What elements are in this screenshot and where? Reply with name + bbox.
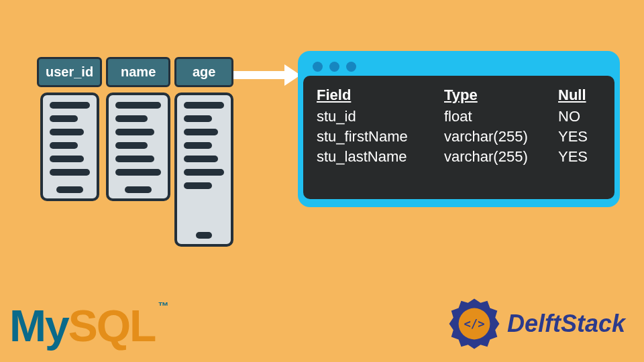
- table-header-row: Field Type Null: [317, 86, 601, 104]
- mysql-tm: ™: [158, 300, 167, 312]
- cell-type: varchar(255): [444, 128, 558, 145]
- terminal-body: Field Type Null stu_id float NO stu_firs…: [303, 76, 614, 199]
- table-row: stu_lastName varchar(255) YES: [317, 148, 601, 166]
- mysql-my: My: [9, 301, 68, 351]
- db-table-cluster: user_id name age: [37, 57, 233, 247]
- db-column-name: name: [106, 57, 170, 247]
- svg-text:</>: </>: [464, 317, 484, 330]
- cell-field: stu_firstName: [317, 128, 444, 145]
- db-column-body: [40, 93, 99, 201]
- window-controls: [303, 56, 614, 76]
- db-column-body: [174, 93, 233, 247]
- cell-null: YES: [558, 148, 605, 166]
- db-column-body: [106, 93, 170, 201]
- db-column-user-id: user_id: [37, 57, 102, 247]
- mysql-logo: MySQL™: [9, 300, 167, 351]
- mysql-sql: SQL: [68, 301, 156, 351]
- window-dot-icon: [313, 62, 323, 72]
- cell-field: stu_lastName: [317, 148, 444, 166]
- cell-null: YES: [558, 128, 605, 145]
- header-type: Type: [444, 86, 558, 104]
- table-row: stu_firstName varchar(255) YES: [317, 128, 601, 145]
- delftstack-text: DelftStack: [507, 310, 625, 338]
- cell-type: float: [444, 108, 558, 125]
- db-column-header: age: [174, 57, 233, 87]
- window-dot-icon: [329, 62, 339, 72]
- table-row: stu_id float NO: [317, 108, 601, 125]
- cell-null: NO: [558, 108, 605, 125]
- db-column-header: name: [106, 57, 170, 87]
- terminal-window: Field Type Null stu_id float NO stu_firs…: [298, 51, 620, 207]
- header-null: Null: [558, 86, 605, 104]
- delftstack-logo: </> DelftStack: [448, 298, 625, 350]
- db-column-header: user_id: [37, 57, 102, 87]
- db-column-age: age: [174, 57, 233, 247]
- header-field: Field: [317, 86, 444, 104]
- window-dot-icon: [346, 62, 356, 72]
- cell-type: varchar(255): [444, 148, 558, 166]
- delftstack-badge-icon: </>: [448, 298, 500, 350]
- cell-field: stu_id: [317, 108, 444, 125]
- arrow-icon: [233, 67, 301, 83]
